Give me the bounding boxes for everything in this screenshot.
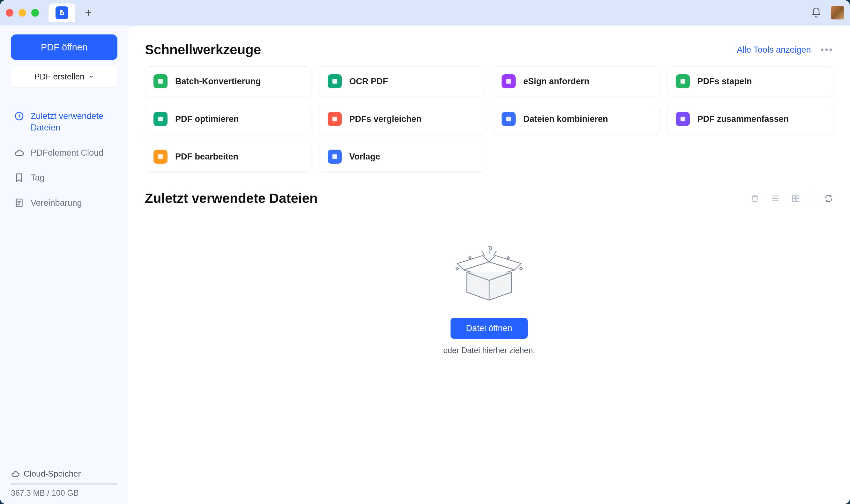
empty-state: Datei öffnen oder Datei hierher ziehen. <box>145 238 833 355</box>
svg-rect-6 <box>158 117 163 122</box>
sidebar-nav: Zuletzt verwendete Dateien PDFelement Cl… <box>11 106 118 213</box>
stack-icon <box>676 74 690 88</box>
tool-label: OCR PDF <box>349 76 388 87</box>
bookmark-icon <box>14 173 24 183</box>
svg-rect-7 <box>332 117 337 122</box>
chevron-down-icon <box>88 74 94 79</box>
tool-label: PDF zusammenfassen <box>697 114 789 124</box>
window-controls <box>6 9 39 17</box>
document-icon <box>14 198 24 208</box>
tool-card-stack[interactable]: PDFs stapeln <box>667 66 834 96</box>
main-content: Schnellwerkzeuge Alle Tools anzeigen •••… <box>128 26 850 504</box>
esign-icon <box>501 74 516 88</box>
svg-rect-12 <box>793 195 795 198</box>
separator <box>812 193 812 204</box>
maximize-window-button[interactable] <box>31 9 39 17</box>
tool-label: Batch-Konvertierung <box>175 76 261 87</box>
recent-view-actions <box>750 193 833 204</box>
user-avatar[interactable] <box>831 6 844 19</box>
app-window: { "sidebar": { "open_label": "PDF öffnen… <box>0 0 850 504</box>
tool-card-template[interactable]: Vorlage <box>319 142 485 172</box>
nav-agreement[interactable]: Vereinbarung <box>11 193 118 213</box>
refresh-icon[interactable] <box>824 194 833 203</box>
tool-card-compare[interactable]: PDFs vergleichen <box>319 104 485 134</box>
nav-item-label: PDFelement Cloud <box>31 147 103 159</box>
svg-rect-2 <box>158 79 163 84</box>
trash-icon[interactable] <box>750 194 760 203</box>
optimize-icon <box>154 112 167 126</box>
cloud-icon <box>11 470 20 479</box>
more-icon[interactable]: ••• <box>820 44 833 55</box>
summarize-icon <box>676 112 690 126</box>
storage-progress <box>11 483 118 485</box>
svg-rect-11 <box>332 155 337 159</box>
edit-icon <box>154 150 167 164</box>
combine-icon <box>501 112 516 126</box>
titlebar: + <box>0 0 850 25</box>
app-body: PDF öffnen PDF erstellen Zuletzt verwend… <box>0 25 850 504</box>
cloud-icon <box>14 148 24 158</box>
clock-icon <box>14 111 24 121</box>
svg-rect-4 <box>506 79 511 84</box>
home-tab[interactable] <box>49 3 75 22</box>
tool-card-batch-convert[interactable]: Batch-Konvertierung <box>145 66 312 96</box>
nav-cloud[interactable]: PDFelement Cloud <box>11 143 118 163</box>
cloud-storage-section: Cloud-Speicher 367.3 MB / 100 GB <box>11 463 118 498</box>
quicktools-title: Schnellwerkzeuge <box>145 42 261 57</box>
sidebar: PDF öffnen PDF erstellen Zuletzt verwend… <box>0 25 128 504</box>
svg-rect-8 <box>506 117 511 122</box>
open-pdf-button[interactable]: PDF öffnen <box>11 34 118 60</box>
create-pdf-button[interactable]: PDF erstellen <box>11 66 118 87</box>
nav-recent-files[interactable]: Zuletzt verwendete Dateien <box>11 106 118 138</box>
nav-item-label: Vereinbarung <box>31 197 82 209</box>
batch-convert-icon <box>154 74 167 88</box>
tool-card-esign[interactable]: eSign anfordern <box>493 66 659 96</box>
quicktools-header: Schnellwerkzeuge Alle Tools anzeigen ••• <box>145 42 833 57</box>
tool-card-ocr[interactable]: OCR PDF <box>319 66 485 96</box>
cloud-storage-header[interactable]: Cloud-Speicher <box>11 469 118 479</box>
svg-rect-13 <box>796 195 799 198</box>
minimize-window-button[interactable] <box>18 9 26 17</box>
tool-card-optimize[interactable]: PDF optimieren <box>145 104 312 134</box>
nav-item-label: Zuletzt verwendete Dateien <box>31 110 114 134</box>
empty-box-illustration <box>448 238 531 305</box>
nav-item-label: Tag <box>31 172 45 183</box>
app-logo-icon <box>55 6 68 19</box>
grid-view-icon[interactable] <box>791 194 800 203</box>
tool-label: PDF bearbeiten <box>175 152 238 162</box>
svg-rect-15 <box>796 199 799 202</box>
svg-rect-10 <box>158 155 163 159</box>
cloud-storage-label: Cloud-Speicher <box>24 469 81 479</box>
svg-rect-14 <box>793 199 795 202</box>
quicktools-grid: Batch-KonvertierungOCR PDFeSign anforder… <box>145 66 833 172</box>
compare-icon <box>328 112 342 126</box>
storage-usage-text: 367.3 MB / 100 GB <box>11 488 118 498</box>
tool-label: Vorlage <box>349 152 380 162</box>
tool-label: eSign anfordern <box>523 76 589 87</box>
tool-label: PDFs stapeln <box>697 76 752 87</box>
tool-label: PDFs vergleichen <box>349 114 422 124</box>
tool-label: Dateien kombinieren <box>523 114 608 124</box>
svg-rect-9 <box>680 117 685 122</box>
ocr-icon <box>328 74 342 88</box>
open-file-button[interactable]: Datei öffnen <box>450 318 527 339</box>
tool-card-edit[interactable]: PDF bearbeiten <box>145 142 312 172</box>
tool-card-combine[interactable]: Dateien kombinieren <box>493 104 659 134</box>
svg-rect-3 <box>332 79 337 84</box>
nav-tag[interactable]: Tag <box>11 167 118 188</box>
list-view-icon[interactable] <box>771 194 780 203</box>
drop-hint-text: oder Datei hierher ziehen. <box>443 346 535 355</box>
template-icon <box>328 150 342 164</box>
new-tab-button[interactable]: + <box>83 8 93 18</box>
create-pdf-label: PDF erstellen <box>34 72 85 82</box>
notifications-icon[interactable] <box>811 7 822 18</box>
close-window-button[interactable] <box>6 9 13 17</box>
tool-card-summarize[interactable]: PDF zusammenfassen <box>667 104 834 134</box>
recent-files-header: Zuletzt verwendete Dateien <box>145 191 833 206</box>
recent-files-title: Zuletzt verwendete Dateien <box>145 191 317 206</box>
svg-rect-5 <box>680 79 685 84</box>
show-all-tools-link[interactable]: Alle Tools anzeigen <box>737 45 811 55</box>
tool-label: PDF optimieren <box>175 114 239 124</box>
